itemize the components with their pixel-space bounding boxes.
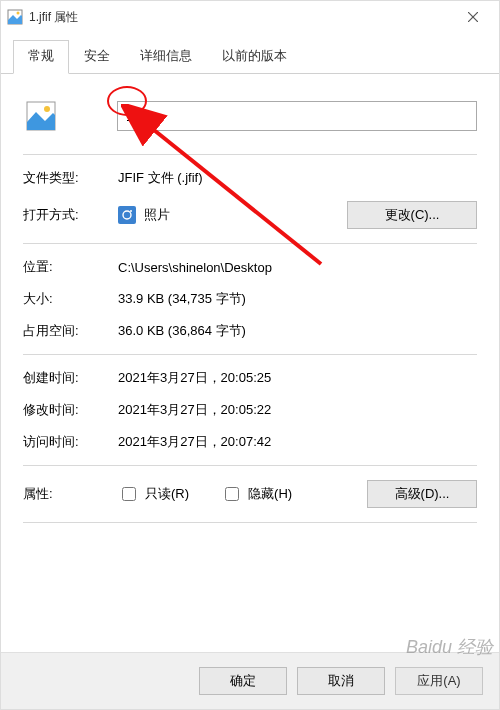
svg-point-10 <box>130 210 132 212</box>
openwith-value: 照片 <box>144 206 347 224</box>
readonly-input[interactable] <box>122 487 136 501</box>
modified-label: 修改时间: <box>23 401 118 419</box>
tab-previous-versions[interactable]: 以前的版本 <box>207 40 302 74</box>
file-icon <box>7 9 23 25</box>
size-label: 大小: <box>23 290 118 308</box>
sizeondisk-label: 占用空间: <box>23 322 118 340</box>
tab-security[interactable]: 安全 <box>69 40 125 74</box>
filetype-value: JFIF 文件 (.jfif) <box>118 169 477 187</box>
cancel-button[interactable]: 取消 <box>297 667 385 695</box>
accessed-label: 访问时间: <box>23 433 118 451</box>
tab-details[interactable]: 详细信息 <box>125 40 207 74</box>
close-button[interactable] <box>453 3 493 31</box>
readonly-checkbox[interactable]: 只读(R) <box>118 484 189 504</box>
separator <box>23 522 477 523</box>
advanced-button[interactable]: 高级(D)... <box>367 480 477 508</box>
separator <box>23 154 477 155</box>
apply-button[interactable]: 应用(A) <box>395 667 483 695</box>
tab-strip: 常规 安全 详细信息 以前的版本 <box>1 33 499 74</box>
separator <box>23 465 477 466</box>
separator <box>23 354 477 355</box>
properties-window: 1.jfif 属性 常规 安全 详细信息 以前的版本 <box>0 0 500 710</box>
svg-point-7 <box>44 106 50 112</box>
accessed-value: 2021年3月27日，20:07:42 <box>118 433 477 451</box>
general-panel: 文件类型: JFIF 文件 (.jfif) 打开方式: 照片 更改(C)... <box>1 74 499 652</box>
created-label: 创建时间: <box>23 369 118 387</box>
attributes-label: 属性: <box>23 485 118 503</box>
location-label: 位置: <box>23 258 118 276</box>
ok-button[interactable]: 确定 <box>199 667 287 695</box>
filetype-label: 文件类型: <box>23 169 118 187</box>
tab-general[interactable]: 常规 <box>13 40 69 74</box>
hidden-checkbox[interactable]: 隐藏(H) <box>221 484 292 504</box>
modified-value: 2021年3月27日，20:05:22 <box>118 401 477 419</box>
svg-rect-8 <box>118 206 136 224</box>
sizeondisk-value: 36.0 KB (36,864 字节) <box>118 322 477 340</box>
svg-point-2 <box>17 12 20 15</box>
change-button[interactable]: 更改(C)... <box>347 201 477 229</box>
dialog-button-row: 确定 取消 应用(A) <box>1 652 499 709</box>
created-value: 2021年3月27日，20:05:25 <box>118 369 477 387</box>
openwith-label: 打开方式: <box>23 206 118 224</box>
filename-input[interactable] <box>117 101 477 131</box>
window-title: 1.jfif 属性 <box>29 9 453 26</box>
separator <box>23 243 477 244</box>
location-value: C:\Users\shinelon\Desktop <box>118 260 477 275</box>
titlebar: 1.jfif 属性 <box>1 1 499 33</box>
file-type-icon <box>23 98 59 134</box>
size-value: 33.9 KB (34,735 字节) <box>118 290 477 308</box>
hidden-input[interactable] <box>225 487 239 501</box>
photos-app-icon <box>118 206 136 224</box>
